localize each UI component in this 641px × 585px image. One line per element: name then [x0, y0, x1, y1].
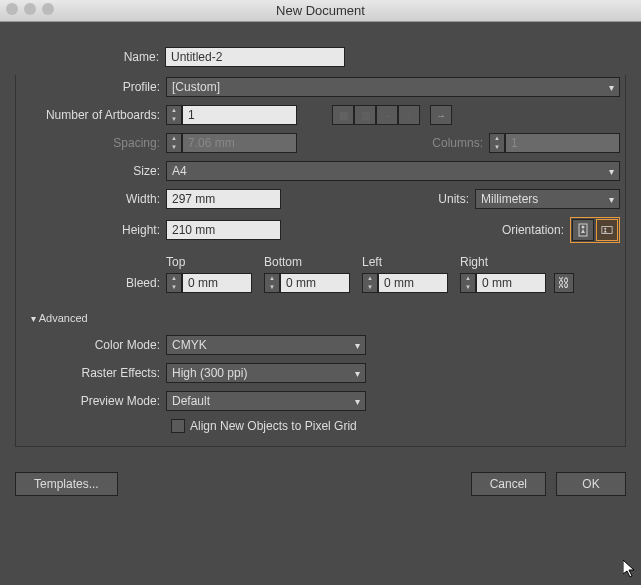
bleed-top-stepper[interactable]: ▲▼ — [166, 273, 182, 293]
bleed-right-stepper[interactable]: ▲▼ — [460, 273, 476, 293]
bleed-bottom-label: Bottom — [264, 255, 350, 269]
spacing-stepper: ▲▼ — [166, 133, 182, 153]
artboards-label: Number of Artboards: — [21, 108, 166, 122]
preview-mode-label: Preview Mode: — [21, 394, 166, 408]
size-select[interactable]: A4 — [166, 161, 620, 181]
height-input[interactable] — [166, 220, 281, 240]
orientation-portrait-button[interactable] — [572, 219, 594, 241]
ok-button[interactable]: OK — [556, 472, 626, 496]
columns-input — [505, 133, 620, 153]
close-window-icon[interactable] — [6, 3, 18, 15]
bleed-right-input[interactable] — [476, 273, 546, 293]
grid-by-col-icon: ▥ — [354, 105, 376, 125]
size-label: Size: — [21, 164, 166, 178]
cancel-button[interactable]: Cancel — [471, 472, 546, 496]
name-input[interactable] — [165, 47, 345, 67]
bleed-bottom-stepper[interactable]: ▲▼ — [264, 273, 280, 293]
align-pixel-checkbox[interactable] — [171, 419, 185, 433]
spacing-label: Spacing: — [21, 136, 166, 150]
templates-button[interactable]: Templates... — [15, 472, 118, 496]
name-label: Name: — [15, 50, 165, 64]
bleed-label: Bleed: — [21, 276, 166, 293]
zoom-window-icon[interactable] — [42, 3, 54, 15]
bleed-top-input[interactable] — [182, 273, 252, 293]
orientation-label: Orientation: — [502, 223, 570, 237]
bleed-left-label: Left — [362, 255, 448, 269]
raster-effects-label: Raster Effects: — [21, 366, 166, 380]
height-label: Height: — [21, 223, 166, 237]
arrange-col-icon: ↓ — [398, 105, 420, 125]
mouse-cursor-icon — [623, 560, 639, 580]
artboards-input[interactable] — [182, 105, 297, 125]
landscape-icon — [601, 223, 613, 237]
window-title: New Document — [276, 3, 365, 18]
portrait-icon — [577, 223, 589, 237]
svg-rect-2 — [602, 227, 612, 234]
orientation-landscape-button[interactable] — [596, 219, 618, 241]
minimize-window-icon[interactable] — [24, 3, 36, 15]
width-label: Width: — [21, 192, 166, 206]
artboards-stepper[interactable]: ▲▼ — [166, 105, 182, 125]
bleed-left-input[interactable] — [378, 273, 448, 293]
arrange-row-icon: → — [376, 105, 398, 125]
color-mode-select[interactable]: CMYK — [166, 335, 366, 355]
svg-point-3 — [604, 228, 606, 230]
align-pixel-label: Align New Objects to Pixel Grid — [190, 419, 357, 433]
raster-effects-select[interactable]: High (300 ppi) — [166, 363, 366, 383]
advanced-disclosure[interactable]: Advanced — [31, 312, 88, 324]
profile-label: Profile: — [21, 80, 166, 94]
svg-point-1 — [582, 226, 585, 229]
bleed-link-icon[interactable]: ⛓ — [554, 273, 574, 293]
arrange-rtl-icon[interactable]: → — [430, 105, 452, 125]
profile-select[interactable]: [Custom] — [166, 77, 620, 97]
bleed-top-label: Top — [166, 255, 252, 269]
columns-stepper: ▲▼ — [489, 133, 505, 153]
bleed-right-label: Right — [460, 255, 546, 269]
units-label: Units: — [438, 192, 475, 206]
bleed-left-stepper[interactable]: ▲▼ — [362, 273, 378, 293]
columns-label: Columns: — [432, 136, 489, 150]
spacing-input — [182, 133, 297, 153]
window-controls — [6, 3, 54, 15]
width-input[interactable] — [166, 189, 281, 209]
preview-mode-select[interactable]: Default — [166, 391, 366, 411]
color-mode-label: Color Mode: — [21, 338, 166, 352]
bleed-bottom-input[interactable] — [280, 273, 350, 293]
titlebar: New Document — [0, 0, 641, 22]
units-select[interactable]: Millimeters — [475, 189, 620, 209]
grid-by-row-icon: ▦ — [332, 105, 354, 125]
